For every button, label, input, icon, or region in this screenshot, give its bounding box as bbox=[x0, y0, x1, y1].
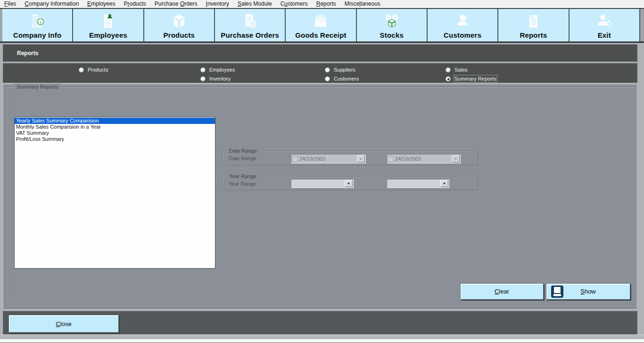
year-from-combobox[interactable]: ▼ bbox=[291, 179, 354, 188]
bottom-bar: Close bbox=[3, 311, 637, 335]
groupbox-caption: Year Range bbox=[227, 173, 259, 179]
summary-report-list[interactable]: Yearly Sales Summary Comparision Monthly… bbox=[14, 117, 215, 269]
radio-label: Employees bbox=[209, 67, 235, 73]
radio-label: Products bbox=[88, 67, 108, 73]
menu-miscellaneous[interactable]: Miscellaneous bbox=[340, 0, 385, 8]
report-type-selector: Products Employees Inventory Suppliers C… bbox=[3, 63, 637, 83]
menu-purchase-orders[interactable]: Purchase Orders bbox=[150, 0, 202, 8]
toolbar-button-stocks[interactable]: Stocks bbox=[356, 9, 427, 41]
year-to-combobox[interactable]: ▼ bbox=[387, 179, 449, 188]
date-checkbox[interactable] bbox=[292, 156, 297, 162]
toolbar-label: Stocks bbox=[380, 31, 404, 39]
menu-sales-module[interactable]: Sales Module bbox=[233, 0, 276, 8]
radio-circle[interactable] bbox=[200, 67, 206, 73]
toolbar-button-goods-receipt[interactable]: Goods Receipt bbox=[285, 9, 355, 41]
toolbar-label: Company Info bbox=[13, 31, 61, 39]
window-frame-edge bbox=[0, 339, 644, 342]
date-to-picker[interactable]: 24/10/2003 ▼ bbox=[387, 154, 461, 163]
menu-employees[interactable]: Employees bbox=[83, 0, 119, 8]
toolbar-button-reports[interactable]: Reports bbox=[497, 9, 568, 41]
menu-company-information[interactable]: Company Information bbox=[20, 0, 83, 8]
cube-icon bbox=[170, 11, 188, 31]
purchase-order-check-icon bbox=[241, 11, 259, 31]
stock-cubes-icon bbox=[383, 11, 401, 31]
toolbar-button-purchase-orders[interactable]: Purchase Orders bbox=[214, 9, 285, 41]
toolbar-button-products[interactable]: Products bbox=[143, 9, 214, 41]
printer-icon bbox=[551, 286, 563, 298]
radio-inventory[interactable]: Inventory bbox=[200, 76, 231, 82]
menu-files[interactable]: Files bbox=[0, 0, 20, 8]
menu-bar: Files Company Information Employees Prod… bbox=[0, 0, 644, 9]
radio-label: Suppliers bbox=[334, 67, 355, 73]
radio-products[interactable]: Products bbox=[79, 67, 108, 73]
application-window: Files Company Information Employees Prod… bbox=[0, 0, 644, 343]
customer-headset-icon bbox=[454, 11, 471, 31]
chevron-down-icon[interactable]: ▼ bbox=[357, 155, 365, 163]
date-range-label: Date Range bbox=[229, 155, 256, 161]
toolbar-label: Exit bbox=[598, 31, 611, 39]
menu-inventory[interactable]: Inventory bbox=[202, 0, 233, 8]
toolbar-label: Customers bbox=[444, 31, 481, 39]
radio-summary-reports[interactable]: Summary Reports bbox=[446, 76, 496, 82]
radio-label: Inventory bbox=[209, 76, 231, 82]
exit-power-icon bbox=[595, 11, 613, 31]
list-item[interactable]: Profit/Loss Summary bbox=[15, 136, 215, 142]
list-item[interactable]: VAT Summary bbox=[15, 130, 215, 136]
radio-employees[interactable]: Employees bbox=[200, 67, 235, 73]
radio-circle[interactable] bbox=[325, 67, 330, 73]
reports-header: Reports bbox=[3, 44, 637, 62]
summary-reports-panel: Summary Reports Yearly Sales Summary Com… bbox=[3, 84, 637, 309]
menu-customers[interactable]: Customers bbox=[276, 0, 312, 8]
toolbar-button-company-info[interactable]: i Company Info bbox=[2, 9, 72, 41]
menu-products[interactable]: Products bbox=[119, 0, 150, 8]
window-frame-strip bbox=[0, 335, 644, 339]
radio-label: Sales bbox=[454, 67, 468, 73]
report-document-icon bbox=[524, 11, 542, 31]
radio-label: Customers bbox=[334, 76, 359, 82]
date-checkbox[interactable] bbox=[388, 156, 393, 162]
toolbar-button-customers[interactable]: Customers bbox=[427, 9, 497, 41]
show-button[interactable]: Show bbox=[546, 283, 630, 300]
radio-circle[interactable] bbox=[79, 67, 84, 73]
employee-document-icon bbox=[99, 11, 117, 31]
toolbar-button-exit[interactable]: Exit bbox=[569, 9, 640, 41]
radio-circle[interactable] bbox=[200, 76, 206, 82]
radio-customers[interactable]: Customers bbox=[325, 76, 359, 82]
chevron-down-icon[interactable]: ▼ bbox=[452, 155, 460, 163]
groupbox-caption: Date Range bbox=[227, 148, 259, 154]
date-range-groupbox: Date Range Date Range 24/10/2003 ▼ 24/10… bbox=[223, 151, 478, 165]
toolbar-label: Purchase Orders bbox=[221, 31, 279, 39]
toolbar-button-employees[interactable]: Employees bbox=[72, 9, 143, 41]
radio-sales[interactable]: Sales bbox=[446, 67, 468, 73]
toolbar-label: Goods Receipt bbox=[295, 31, 346, 39]
building-info-icon: i bbox=[28, 11, 46, 31]
year-range-label: Year Range bbox=[229, 181, 256, 187]
date-from-picker[interactable]: 24/10/2003 ▼ bbox=[291, 154, 366, 163]
chevron-down-icon[interactable]: ▼ bbox=[345, 180, 353, 187]
goods-crate-icon bbox=[312, 11, 330, 31]
toolbar-label: Products bbox=[164, 31, 195, 39]
radio-circle[interactable] bbox=[446, 67, 451, 73]
content-area: Reports Products Employees Inventory Sup… bbox=[0, 43, 644, 335]
radio-suppliers[interactable]: Suppliers bbox=[325, 67, 355, 73]
page-title: Reports bbox=[17, 50, 38, 57]
list-item[interactable]: Yearly Sales Summary Comparision bbox=[15, 118, 215, 124]
year-range-groupbox: Year Range Year Range ▼ ▼ bbox=[223, 176, 478, 190]
clear-button[interactable]: Clear bbox=[460, 283, 544, 300]
radio-circle[interactable] bbox=[446, 76, 451, 82]
date-value: 24/10/2003 bbox=[395, 156, 421, 162]
groupbox-caption: Summary Reports bbox=[14, 84, 61, 90]
close-button[interactable]: Close bbox=[8, 315, 119, 333]
list-item[interactable]: Monthly Sales Comparision in a Year bbox=[15, 124, 215, 130]
chevron-down-icon[interactable]: ▼ bbox=[440, 180, 448, 187]
toolbar-label: Reports bbox=[520, 31, 547, 39]
radio-label: Summary Reports bbox=[454, 76, 496, 82]
radio-circle[interactable] bbox=[325, 76, 330, 82]
menu-reports[interactable]: Reports bbox=[312, 0, 340, 8]
date-value: 24/10/2003 bbox=[299, 156, 325, 162]
toolbar: i Company Info Employees Pr bbox=[0, 9, 644, 43]
toolbar-label: Employees bbox=[89, 31, 127, 39]
